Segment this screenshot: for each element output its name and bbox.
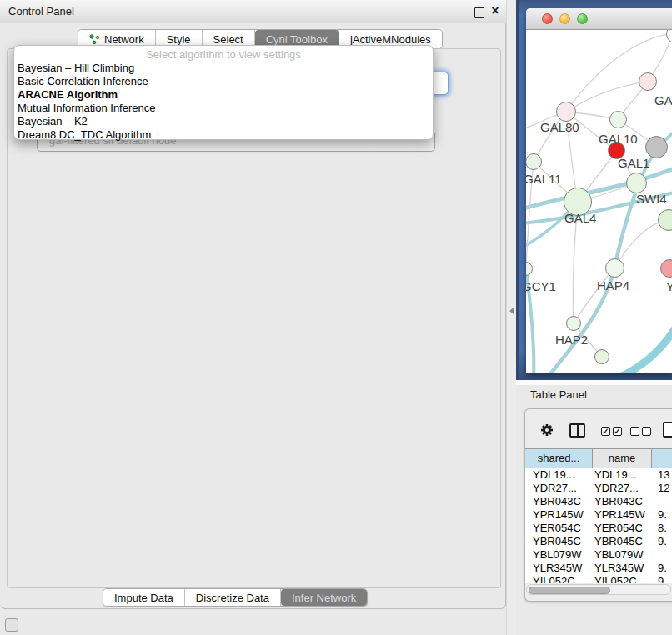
cell: YBR043C bbox=[593, 495, 652, 508]
node-label: GAL bbox=[654, 93, 672, 108]
table-row[interactable]: YIL052CYIL052C9. bbox=[525, 575, 672, 583]
graph-node-gal10[interactable] bbox=[609, 111, 627, 128]
table-row[interactable]: YER054CYER054C8. bbox=[525, 522, 672, 535]
cell: YER054C bbox=[593, 522, 652, 535]
table-row[interactable]: YBL079WYBL079W bbox=[525, 548, 672, 562]
table-row[interactable]: YBR043CYBR043C bbox=[525, 495, 672, 508]
unchecked-box-icon[interactable] bbox=[630, 427, 639, 436]
node-label: Y bbox=[666, 279, 672, 293]
graph-node-swi4[interactable] bbox=[626, 172, 647, 193]
tab-impute-data[interactable]: Impute Data bbox=[103, 589, 185, 606]
table-row[interactable]: YDL19...YDL19...13 bbox=[525, 468, 672, 482]
cell: YIL052C bbox=[593, 575, 652, 583]
float-window-icon[interactable] bbox=[474, 8, 484, 18]
screen: { "control_panel": { "title": "Control P… bbox=[0, 0, 672, 635]
collapsed-panel-icon[interactable] bbox=[5, 618, 18, 632]
checked-box-icon[interactable]: ✓ bbox=[601, 427, 610, 436]
cell: YBR045C bbox=[525, 535, 593, 548]
table-header-row: shared... name bbox=[525, 448, 672, 468]
graph-node-gray[interactable] bbox=[645, 136, 668, 158]
control-panel-titlebar: Control Panel × bbox=[0, 0, 506, 23]
close-icon[interactable]: × bbox=[489, 5, 501, 17]
node-label: GAL11 bbox=[526, 172, 562, 186]
cell: 9. bbox=[652, 508, 672, 522]
check-glyph: ✓ bbox=[614, 427, 620, 436]
node-label: HAP4 bbox=[597, 278, 629, 292]
cell: 9. bbox=[652, 562, 672, 575]
table-row[interactable]: YBR045CYBR045C9. bbox=[525, 535, 672, 548]
checked-box-icon[interactable]: ✓ bbox=[613, 427, 622, 436]
table-row[interactable]: YDR27...YDR27...12 bbox=[525, 482, 672, 495]
tab-label: Style bbox=[167, 33, 191, 46]
cell: 9. bbox=[652, 535, 672, 548]
check-glyph: ✓ bbox=[602, 427, 609, 436]
tab-discretize-data[interactable]: Discretize Data bbox=[185, 589, 281, 606]
control-panel-window: Control Panel × Network Style Select Cyn… bbox=[0, 0, 506, 609]
graph-node-gal80[interactable] bbox=[556, 102, 576, 122]
dropdown-item[interactable]: Bayesian – K2 bbox=[14, 115, 433, 128]
table-columns-icon[interactable] bbox=[569, 423, 585, 438]
dropdown-item-selected[interactable]: ARACNE Algorithm bbox=[14, 88, 433, 102]
table-panel-title: Table Panel bbox=[530, 388, 587, 401]
dropdown-item[interactable]: Bayesian – Hill Climbing bbox=[14, 62, 433, 75]
cell: YDL19... bbox=[593, 468, 652, 482]
minimize-traffic-light-icon[interactable] bbox=[559, 13, 570, 24]
cell: YBL079W bbox=[525, 548, 593, 562]
graph-node-hap4[interactable] bbox=[605, 258, 624, 278]
cell: YIL052C bbox=[525, 575, 593, 583]
graph-node-gal11[interactable] bbox=[526, 153, 542, 170]
tab-label: Select bbox=[213, 33, 243, 46]
zoom-traffic-light-icon[interactable] bbox=[577, 13, 588, 24]
cell: 12 bbox=[652, 482, 672, 495]
cell: YDL19... bbox=[525, 468, 593, 482]
dropdown-item[interactable]: Mutual Information Inference bbox=[14, 102, 433, 115]
divider-collapse-icon[interactable] bbox=[509, 308, 514, 314]
dropdown-item[interactable]: Basic Correlation Inference bbox=[14, 75, 433, 88]
node-label: GAL4 bbox=[564, 211, 596, 225]
cell: 8. bbox=[652, 522, 672, 535]
tab-label: Impute Data bbox=[114, 592, 173, 604]
column-header-name[interactable]: name bbox=[593, 449, 652, 468]
unchecked-box-icon[interactable] bbox=[642, 427, 651, 436]
cell: YLR345W bbox=[593, 562, 652, 575]
table-row[interactable]: YPR145WYPR145W9. bbox=[525, 508, 672, 522]
graph-node[interactable] bbox=[639, 72, 657, 91]
network-canvas[interactable]: GAL GAL80 GAL10 GAL1 GAL11 SWI4 GAL4 GCY… bbox=[526, 30, 672, 372]
node-label: SWI4 bbox=[636, 192, 667, 206]
panel-title: Control Panel bbox=[8, 5, 74, 18]
node-label: GAL1 bbox=[618, 156, 649, 170]
column-header-shared[interactable]: shared... bbox=[525, 449, 593, 468]
settings-gear-icon[interactable] bbox=[540, 423, 554, 437]
dropdown-item[interactable]: Dream8 DC_TDC Algorithm bbox=[14, 128, 433, 142]
table-horizontal-scrollbar[interactable] bbox=[526, 584, 671, 595]
tab-infer-network[interactable]: Infer Network bbox=[281, 589, 367, 606]
tab-label: Discretize Data bbox=[196, 592, 269, 604]
cell: YBR045C bbox=[593, 535, 652, 548]
cell: YBL079W bbox=[593, 548, 652, 562]
algorithm-dropdown-popup: Select algorithm to view settings Bayesi… bbox=[13, 45, 434, 140]
tab-label: Infer Network bbox=[292, 592, 356, 604]
cell: YDR27... bbox=[525, 482, 593, 495]
scrollbar-thumb[interactable] bbox=[529, 587, 610, 594]
column-header-partial[interactable] bbox=[652, 449, 672, 468]
cell: YBR043C bbox=[525, 495, 593, 508]
table-body[interactable]: YDL19...YDL19...13 YDR27...YDR27...12 YB… bbox=[525, 468, 672, 583]
cell: YPR145W bbox=[593, 508, 652, 522]
tab-label: Network bbox=[104, 33, 144, 46]
node-label: GAL10 bbox=[599, 132, 638, 146]
table-row[interactable]: YLR345WYLR345W9. bbox=[525, 562, 672, 575]
document-icon[interactable] bbox=[663, 422, 672, 438]
tab-label: jActiveMNodules bbox=[350, 33, 431, 46]
cell: 9. bbox=[652, 575, 672, 583]
cell bbox=[652, 548, 672, 562]
graph-node[interactable] bbox=[594, 349, 609, 364]
cell bbox=[652, 495, 672, 508]
bottom-tabbar: Impute Data Discretize Data Infer Networ… bbox=[103, 588, 368, 607]
graph-node-hap2[interactable] bbox=[566, 316, 581, 331]
cell: YDR27... bbox=[593, 482, 652, 495]
cell: YLR345W bbox=[525, 562, 593, 575]
node-label: GAL80 bbox=[540, 120, 579, 134]
dropdown-prompt: Select algorithm to view settings bbox=[14, 48, 433, 62]
node-label: HAP2 bbox=[555, 332, 588, 347]
close-traffic-light-icon[interactable] bbox=[542, 13, 553, 24]
